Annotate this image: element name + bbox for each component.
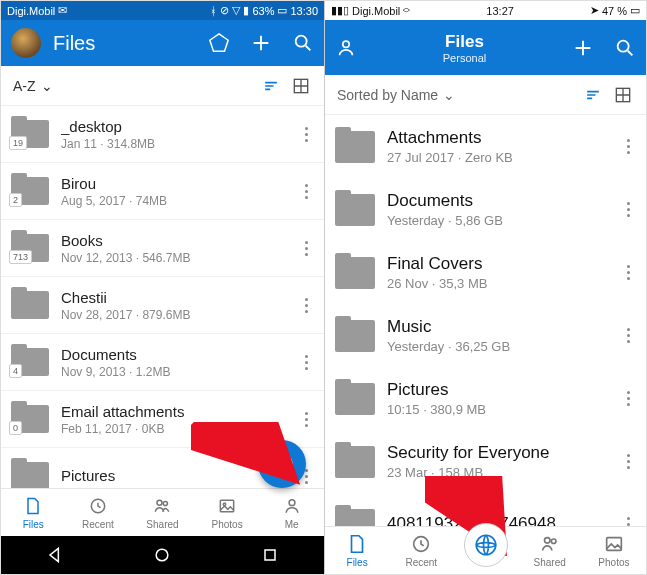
item-name: Documents — [61, 346, 288, 363]
item-subtitle: Feb 11, 2017 · 0KB — [61, 422, 288, 436]
item-subtitle: Nov 28, 2017 · 879.6MB — [61, 308, 288, 322]
search-icon[interactable] — [614, 37, 636, 59]
item-name: Security for Everyone — [387, 443, 610, 463]
add-icon[interactable] — [572, 37, 594, 59]
svg-point-9 — [157, 549, 169, 561]
item-menu-icon[interactable] — [300, 349, 312, 376]
folder-icon — [335, 320, 375, 352]
nav-recent[interactable]: Recent — [389, 527, 453, 574]
item-menu-icon[interactable] — [300, 235, 312, 262]
item-subtitle: Nov 12, 2013 · 546.7MB — [61, 251, 288, 265]
folder-icon — [11, 462, 49, 488]
svg-point-11 — [343, 41, 349, 47]
list-item[interactable]: Pictures10:15 · 380,9 MB — [325, 367, 646, 430]
shared-icon — [151, 495, 173, 517]
item-subtitle: Yesterday · 36,25 GB — [387, 339, 610, 354]
grid-view-icon[interactable] — [290, 75, 312, 97]
item-count-badge: 4 — [9, 364, 22, 378]
avatar[interactable] — [11, 28, 41, 58]
wifi-icon: ▽ — [232, 4, 240, 17]
list-item[interactable]: 2BirouAug 5, 2017 · 74MB — [1, 163, 324, 220]
carrier-label: Digi.Mobil — [7, 5, 55, 17]
scan-fab[interactable] — [258, 440, 306, 488]
nav-photos[interactable]: Photos — [195, 489, 260, 536]
item-menu-icon[interactable] — [622, 133, 634, 160]
nav-files[interactable]: Files — [1, 489, 66, 536]
chevron-down-icon: ⌄ — [443, 87, 455, 103]
item-subtitle: Yesterday · 5,86 GB — [387, 213, 610, 228]
item-menu-icon[interactable] — [622, 448, 634, 475]
scan-icon — [464, 523, 508, 567]
nav-me[interactable]: Me — [259, 489, 324, 536]
item-name: Pictures — [387, 380, 610, 400]
signal-icon: ▮▮▯ — [331, 4, 349, 17]
item-name: Birou — [61, 175, 288, 192]
folder-icon — [335, 194, 375, 226]
photos-icon — [216, 495, 238, 517]
file-list: 19_desktopJan 11 · 314.8MB2BirouAug 5, 2… — [1, 106, 324, 488]
item-menu-icon[interactable] — [300, 292, 312, 319]
item-subtitle: 27 Jul 2017 · Zero KB — [387, 150, 610, 165]
item-menu-icon[interactable] — [622, 322, 634, 349]
shared-icon — [539, 533, 561, 555]
svg-point-12 — [618, 40, 629, 51]
list-item[interactable]: Final Covers26 Nov · 35,3 MB — [325, 241, 646, 304]
sort-button[interactable]: Sorted by Name ⌄ — [337, 87, 455, 103]
list-item[interactable]: 0Email attachmentsFeb 11, 2017 · 0KB — [1, 391, 324, 448]
list-item[interactable]: 40811932♠♠♠9746948 — [325, 493, 646, 526]
nav-shared[interactable]: Shared — [518, 527, 582, 574]
wifi-icon: ⌔ — [403, 5, 410, 17]
item-menu-icon[interactable] — [300, 406, 312, 433]
dnd-icon: ⊘ — [220, 4, 229, 17]
svg-rect-6 — [220, 500, 233, 512]
files-icon — [22, 495, 44, 517]
grid-view-icon[interactable] — [612, 84, 634, 106]
nav-files[interactable]: Files — [325, 527, 389, 574]
list-item[interactable]: DocumentsYesterday · 5,86 GB — [325, 178, 646, 241]
signal-icon: ▮ — [243, 4, 249, 17]
item-count-badge: 2 — [9, 193, 22, 207]
search-icon[interactable] — [292, 32, 314, 54]
list-item[interactable]: 713BooksNov 12, 2013 · 546.7MB — [1, 220, 324, 277]
nav-photos[interactable]: Photos — [582, 527, 646, 574]
add-icon[interactable] — [250, 32, 272, 54]
item-count-badge: 713 — [9, 250, 32, 264]
item-count-badge: 19 — [9, 136, 27, 150]
sort-lines-icon[interactable] — [260, 75, 282, 97]
item-name: Music — [387, 317, 610, 337]
svg-point-15 — [476, 535, 496, 555]
clock-icon — [410, 533, 432, 555]
nav-scan[interactable] — [453, 527, 517, 574]
bottom-nav: Files Recent Shared Photos Me — [1, 488, 324, 536]
item-name: Attachments — [387, 128, 610, 148]
item-menu-icon[interactable] — [300, 121, 312, 148]
item-name: 40811932♠♠♠9746948 — [387, 514, 610, 527]
item-menu-icon[interactable] — [622, 511, 634, 526]
svg-point-0 — [296, 36, 307, 47]
list-item[interactable]: Attachments27 Jul 2017 · Zero KB — [325, 115, 646, 178]
nav-recent[interactable]: Recent — [66, 489, 131, 536]
sort-lines-icon[interactable] — [582, 84, 604, 106]
folder-icon — [335, 446, 375, 478]
sort-button[interactable]: A-Z ⌄ — [13, 78, 53, 94]
premium-icon[interactable] — [208, 32, 230, 54]
item-menu-icon[interactable] — [622, 196, 634, 223]
folder-icon — [335, 131, 375, 163]
list-item[interactable]: 4DocumentsNov 9, 2013 · 1.2MB — [1, 334, 324, 391]
back-icon[interactable] — [45, 545, 65, 565]
item-subtitle: Aug 5, 2017 · 74MB — [61, 194, 288, 208]
folder-icon: 0 — [11, 405, 49, 433]
item-menu-icon[interactable] — [622, 385, 634, 412]
item-menu-icon[interactable] — [622, 259, 634, 286]
nav-shared[interactable]: Shared — [130, 489, 195, 536]
list-item[interactable]: ChestiiNov 28, 2017 · 879.6MB — [1, 277, 324, 334]
recents-icon[interactable] — [260, 545, 280, 565]
account-icon[interactable] — [335, 37, 357, 59]
list-item[interactable]: Security for Everyone23 Mar · 158 MB — [325, 430, 646, 493]
folder-icon — [335, 509, 375, 527]
list-item[interactable]: MusicYesterday · 36,25 GB — [325, 304, 646, 367]
battery-icon: ▭ — [277, 4, 287, 17]
item-menu-icon[interactable] — [300, 178, 312, 205]
list-item[interactable]: 19_desktopJan 11 · 314.8MB — [1, 106, 324, 163]
home-icon[interactable] — [152, 545, 172, 565]
